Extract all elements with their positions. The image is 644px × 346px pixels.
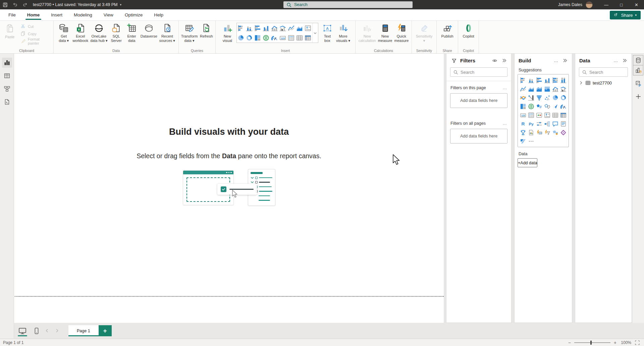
stacked-column-visual-icon[interactable]: [527, 76, 535, 84]
treemap-visual-icon[interactable]: [254, 35, 261, 41]
pie-visual-icon[interactable]: [551, 94, 559, 102]
zoom-slider-handle[interactable]: [590, 341, 592, 345]
dataset-tree-item[interactable]: test27700: [575, 77, 632, 88]
dataverse-button[interactable]: Dataverse: [140, 22, 158, 39]
zoom-slider[interactable]: [574, 342, 610, 343]
dax-query-view-icon[interactable]: [2, 97, 12, 107]
get-data-button[interactable]: Getdata ▾: [56, 22, 71, 43]
table-visual-icon[interactable]: [551, 111, 559, 119]
gauge-visual-icon[interactable]: [559, 102, 568, 110]
stacked-bar-visual-icon[interactable]: [237, 25, 244, 32]
global-search-input[interactable]: Search: [283, 1, 413, 8]
stacked-bar-visual-icon[interactable]: [519, 76, 527, 84]
ribbon-chart-visual-icon[interactable]: [519, 94, 527, 102]
new-slicer-visual-icon[interactable]: [543, 128, 551, 136]
100-stacked-area-visual-icon[interactable]: [543, 85, 551, 93]
menu-tab-optimize[interactable]: Optimize: [119, 9, 148, 20]
slicer-visual-icon[interactable]: [305, 25, 311, 32]
eye-icon[interactable]: [491, 58, 498, 63]
qna-visual-icon[interactable]: [551, 120, 559, 128]
metrics-visual-icon[interactable]: [519, 128, 527, 136]
area-visual-icon[interactable]: [527, 85, 535, 93]
donut-visual-icon[interactable]: [559, 94, 568, 102]
line-clustered-column-visual-icon[interactable]: [559, 85, 568, 93]
filters-search-input[interactable]: Search: [450, 67, 507, 77]
smart-narrative-visual-icon[interactable]: [559, 120, 568, 128]
sql-server-button[interactable]: SQLServer: [109, 22, 124, 43]
scatter-visual-icon[interactable]: [543, 94, 551, 102]
close-button[interactable]: ✕: [629, 0, 644, 9]
user-name[interactable]: James Dales: [558, 2, 582, 7]
multi-row-card-visual-icon[interactable]: [288, 35, 294, 41]
copilot-button[interactable]: Copilot: [461, 22, 476, 39]
pie-visual-icon[interactable]: [237, 35, 244, 41]
collapse-pane-icon[interactable]: [561, 58, 569, 63]
menu-tab-insert[interactable]: Insert: [45, 9, 68, 20]
stacked-area-visual-icon[interactable]: [535, 85, 543, 93]
donut-visual-icon[interactable]: [246, 35, 253, 41]
report-view-icon[interactable]: [2, 58, 12, 68]
table-visual-icon[interactable]: [296, 35, 303, 41]
document-title[interactable]: test27700 • Last saved: Yesterday at 3:4…: [33, 2, 121, 7]
card-visual-icon[interactable]: 123: [279, 35, 286, 41]
zoom-in-icon[interactable]: +: [614, 340, 616, 345]
table-view-icon[interactable]: [2, 71, 12, 81]
line-stacked-column-visual-icon[interactable]: [271, 25, 278, 32]
add-visual-icon[interactable]: [633, 91, 643, 102]
stacked-column-visual-icon[interactable]: [246, 25, 253, 32]
line-visual-icon[interactable]: [519, 85, 527, 93]
menu-tab-view[interactable]: View: [98, 9, 119, 20]
save-icon[interactable]: [0, 0, 10, 9]
redo-icon[interactable]: [20, 0, 30, 9]
matrix-visual-icon[interactable]: [559, 111, 568, 119]
menu-tab-home[interactable]: Home: [21, 9, 46, 20]
100-stacked-column-visual-icon[interactable]: [559, 76, 568, 84]
format-pane-icon[interactable]: [633, 78, 643, 89]
enter-data-button[interactable]: Enterdata: [124, 22, 140, 43]
filter-dropzone-all-pages[interactable]: Add data fields here: [450, 129, 507, 143]
recent-sources-button[interactable]: Recentsources ▾: [158, 22, 176, 43]
card-visual-icon[interactable]: 123: [519, 111, 527, 119]
zoom-out-icon[interactable]: −: [568, 340, 571, 345]
report-canvas[interactable]: Build visuals with your data Select or d…: [14, 54, 444, 323]
multi-row-card-visual-icon[interactable]: [527, 111, 535, 119]
area-visual-icon[interactable]: [296, 25, 303, 32]
more-options-icon[interactable]: …: [553, 58, 559, 63]
desktop-layout-icon[interactable]: [17, 323, 28, 339]
avatar[interactable]: [586, 1, 593, 8]
transform-data-button[interactable]: Transformdata ▾: [180, 22, 199, 43]
gallery-expand-icon[interactable]: [312, 23, 318, 43]
minimize-button[interactable]: —: [599, 0, 614, 9]
new-measure-button[interactable]: Newmeasure: [377, 22, 393, 43]
more-options-icon[interactable]: …: [612, 58, 619, 63]
data-search-input[interactable]: Search: [579, 67, 628, 77]
clustered-column-visual-icon[interactable]: [263, 25, 269, 32]
menu-tab-modeling[interactable]: Modeling: [68, 9, 98, 20]
new-page-button[interactable]: +: [99, 325, 112, 336]
menu-tab-help[interactable]: Help: [148, 9, 169, 20]
waterfall-visual-icon[interactable]: [527, 94, 535, 102]
new-visual-button[interactable]: Newvisual: [220, 22, 235, 43]
line-visual-icon[interactable]: [288, 25, 294, 32]
filter-dropzone-page[interactable]: Add data fields here: [450, 93, 507, 108]
arcgis-map-visual-icon[interactable]: [551, 128, 559, 136]
slicer-visual-icon[interactable]: [543, 111, 551, 119]
kpi-visual-icon[interactable]: [535, 111, 543, 119]
funnel-visual-icon[interactable]: [535, 94, 543, 102]
map-visual-icon[interactable]: [263, 35, 269, 41]
gauge-visual-icon[interactable]: [271, 35, 278, 41]
next-page-icon[interactable]: [54, 328, 61, 334]
model-view-icon[interactable]: [2, 84, 12, 94]
collapse-pane-icon[interactable]: [621, 58, 628, 63]
more-visuals-button[interactable]: Morevisuals ▾: [335, 22, 351, 43]
onelake-button[interactable]: OneLakedata hub ▾: [89, 22, 108, 43]
maximize-button[interactable]: □: [614, 0, 629, 9]
map-visual-icon[interactable]: [527, 102, 535, 110]
filled-map-visual-icon[interactable]: [535, 102, 543, 110]
azure-map-visual-icon[interactable]: [551, 102, 559, 110]
paginated-report-visual-icon[interactable]: [527, 128, 535, 136]
python-script-visual-icon[interactable]: Py: [527, 120, 535, 128]
more-options-icon[interactable]: …: [503, 121, 507, 126]
chevron-right-icon[interactable]: [579, 80, 583, 85]
100-stacked-bar-visual-icon[interactable]: [551, 76, 559, 84]
